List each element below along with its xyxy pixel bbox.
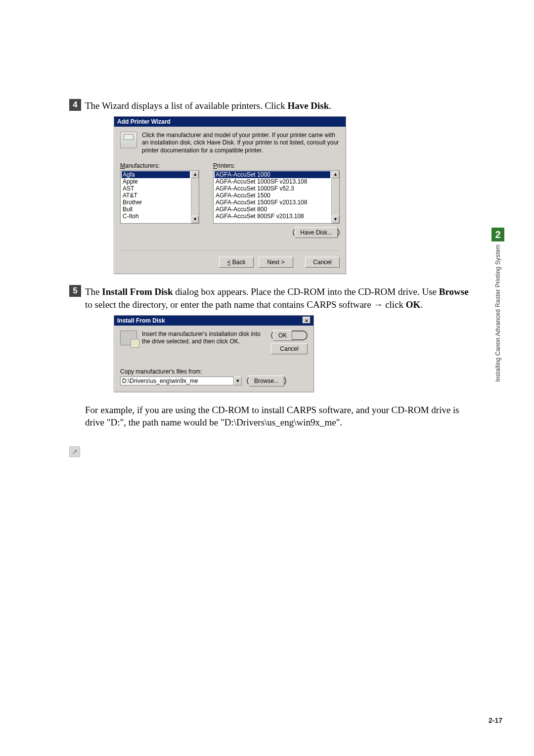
example-text: For example, if you are using the CD-ROM… <box>85 403 475 429</box>
close-icon[interactable]: × <box>303 317 311 324</box>
t: OK <box>406 299 421 310</box>
cancel-button[interactable]: Cancel <box>305 257 340 268</box>
manufacturers-label: Manufacturers: <box>120 162 199 169</box>
chapter-number: 2 <box>491 228 504 241</box>
t: dialog box appears. Place the CD-ROM int… <box>173 286 439 297</box>
printer-icon <box>120 132 137 155</box>
step4-bold: Have Disk <box>287 100 329 111</box>
arrow-icon: → <box>373 299 383 310</box>
list-item[interactable]: AT&T <box>122 192 190 199</box>
chapter-side-tab: 2 Installing Canon Advanced Raster Print… <box>491 228 504 382</box>
list-item[interactable]: Brother <box>122 199 190 206</box>
dialog-title-text: Install From Disk <box>117 317 165 324</box>
step4-text: The Wizard displays a list of available … <box>85 99 331 112</box>
list-item[interactable]: AGFA-AccuSet 800 <box>215 206 330 213</box>
step5-text: The Install From Disk dialog box appears… <box>85 285 475 311</box>
list-item[interactable]: AGFA-AccuSet 800SF v2013.108 <box>215 213 330 220</box>
list-item[interactable]: Bull <box>122 206 190 213</box>
dialog-title: Add Printer Wizard <box>114 117 346 127</box>
list-item[interactable]: AGFA-AccuSet 1000 <box>215 171 330 178</box>
list-item[interactable]: Agfa <box>122 171 190 178</box>
back-button[interactable]: < Back <box>219 257 254 268</box>
step4-post: . <box>329 100 331 111</box>
printers-label: Printers: <box>213 162 340 169</box>
install-from-disk-dialog: Install From Disk × Insert the manufactu… <box>114 315 314 392</box>
list-item[interactable]: AGFA-AccuSet 1500SF v2013.108 <box>215 199 330 206</box>
ok-button[interactable]: OK <box>273 330 292 341</box>
t: Browse <box>439 286 469 297</box>
wizard-intro-text: Click the manufacturer and model of your… <box>142 132 340 155</box>
step4-pre: The Wizard displays a list of available … <box>85 100 287 111</box>
t: . <box>420 299 423 310</box>
list-item[interactable]: AGFA-AccuSet 1000SF v2013.108 <box>215 178 330 185</box>
shortcut-arrow-icon: ↗ <box>69 446 80 457</box>
scroll-down-icon[interactable]: ▼ <box>191 216 199 223</box>
t: click <box>383 299 405 310</box>
list-item[interactable]: AGFA-AccuSet 1500 <box>215 192 330 199</box>
disk-icon <box>120 331 137 345</box>
scroll-up-icon[interactable]: ▲ <box>191 171 199 178</box>
manufacturers-scrollbar[interactable]: ▲ ▼ <box>191 171 199 223</box>
path-input[interactable] <box>120 377 234 385</box>
list-item[interactable]: Apple <box>122 178 190 185</box>
list-item[interactable]: AGFA-AccuSet 1000SF v52.3 <box>215 185 330 192</box>
t: The <box>85 286 102 297</box>
ok-highlight: OK <box>271 331 308 340</box>
printers-scrollbar[interactable]: ▲ ▼ <box>331 171 339 223</box>
have-disk-button[interactable]: Have Disk... <box>295 227 338 238</box>
browse-highlight: Browse... <box>247 376 286 386</box>
add-printer-wizard-dialog: Add Printer Wizard Click the manufacture… <box>114 116 346 275</box>
t: Install From Disk <box>102 286 173 297</box>
have-disk-highlight: Have Disk... <box>293 228 340 237</box>
manufacturers-listbox[interactable]: Agfa Apple AST AT&T Brother Bull C-Itoh <box>121 171 191 223</box>
scroll-up-icon[interactable]: ▲ <box>332 171 339 178</box>
step-number-4: 4 <box>69 99 81 111</box>
scroll-down-icon[interactable]: ▼ <box>332 216 339 223</box>
chevron-down-icon[interactable]: ▼ <box>234 377 242 385</box>
list-item[interactable]: AST <box>122 185 190 192</box>
page-number: 2-17 <box>489 716 502 724</box>
step-number-5: 5 <box>69 285 81 297</box>
install-intro-text: Insert the manufacturer's installation d… <box>142 331 266 346</box>
cancel-button[interactable]: Cancel <box>271 343 308 354</box>
copy-from-label: Copy manufacturer's files from: <box>120 368 308 375</box>
t: to select the directory, or enter the pa… <box>85 299 373 310</box>
next-button[interactable]: Next > <box>259 257 293 268</box>
browse-button[interactable]: Browse... <box>249 376 284 386</box>
printers-listbox[interactable]: AGFA-AccuSet 1000 AGFA-AccuSet 1000SF v2… <box>214 171 331 223</box>
chapter-caption: Installing Canon Advanced Raster Printin… <box>494 244 501 382</box>
list-item[interactable]: C-Itoh <box>122 213 190 220</box>
dialog-title: Install From Disk × <box>114 316 313 326</box>
